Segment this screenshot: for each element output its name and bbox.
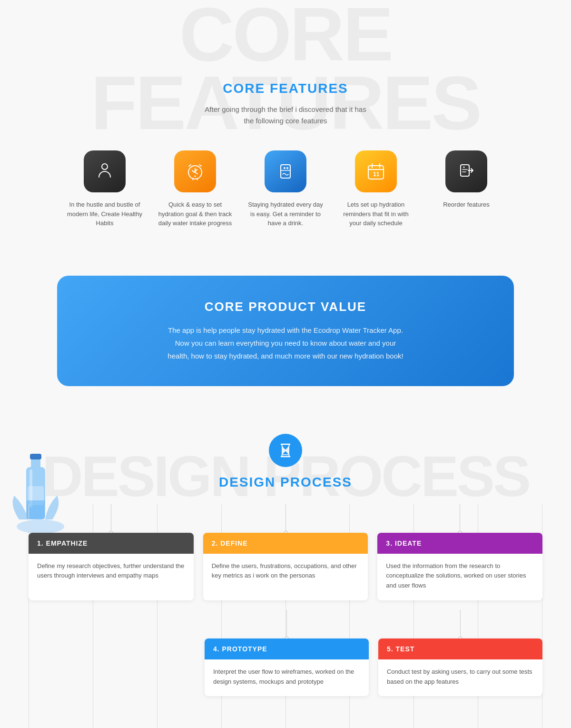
ideate-header: 3. IDEATE [377,533,542,554]
feature-item-reminder: Staying hydrated every day is easy. Get … [247,150,324,228]
feature-icon-hydration-goal [174,150,216,192]
feature-item-hydration-goal: Quick & easy to set hydration goal & the… [157,150,233,228]
svg-point-9 [463,167,465,168]
core-product-value-section: CORE PRODUCT VALUE The app is help peopl… [0,257,571,415]
feature-text-healthy-habits: In the hustle and bustle of modern life,… [67,200,143,228]
test-header: 5. TEST [378,638,542,659]
feature-icon-healthy-habits [84,150,126,192]
process-card-test: 5. TEST Conduct test by asking users, to… [378,638,542,697]
define-title: 2. DEFINE [212,539,248,547]
feature-item-reorder: Reorder features [428,150,504,209]
calendar-icon: 11 [364,160,387,183]
dp-title: DESIGN PROCESS [219,475,352,490]
define-body: Define the users, frustrations, occupati… [203,554,368,591]
svg-point-4 [284,167,286,169]
svg-point-5 [286,167,288,169]
reorder-icon [455,160,478,183]
cpv-description: The app is help people stay hydrated wit… [167,324,404,362]
process-row-1: 1. EMPATHIZE Define my research objectiv… [29,533,542,600]
prototype-title: 4. PROTOTYPE [213,645,267,653]
process-card-prototype: 4. PROTOTYPE Interpret the user flow to … [205,638,369,697]
hourglass-icon [277,442,294,459]
feature-text-reorder: Reorder features [443,200,490,209]
process-card-empathize: 1. EMPATHIZE Define my research objectiv… [29,533,194,600]
empathize-title: 1. EMPATHIZE [37,539,88,547]
core-features-section: CORE FEATURES CORE FEATURES After going … [0,0,571,257]
feature-item-schedule: 11 Lets set up hydration reminders that … [338,150,414,228]
process-card-ideate: 3. IDEATE Used the information from the … [377,533,542,600]
svg-text:11: 11 [373,171,380,178]
person-icon [93,160,116,183]
feature-icon-reorder [445,150,487,192]
ideate-body: Used the information from the research t… [377,554,542,600]
define-header: 2. DEFINE [203,533,368,554]
test-title: 5. TEST [387,645,414,653]
feature-icon-schedule: 11 [355,150,397,192]
process-row-2: 4. PROTOTYPE Interpret the user flow to … [29,638,542,697]
prototype-body: Interpret the user flow to wireframes, w… [205,659,369,697]
cpv-card: CORE PRODUCT VALUE The app is help peopl… [57,276,514,386]
ideate-title: 3. IDEATE [386,539,422,547]
dp-icon-circle [269,434,302,467]
dp-header: DESIGN PROCESS [0,434,571,490]
svg-point-0 [102,164,108,170]
feature-text-schedule: Lets set up hydration reminders that fit… [338,200,414,228]
svg-point-2 [195,176,196,177]
core-features-title: CORE FEATURES [0,81,571,96]
design-process-section: DESIGN PROCESS DESIGN PROCESS [0,415,571,728]
feature-icon-reminder [265,150,306,192]
feature-text-reminder: Staying hydrated every day is easy. Get … [247,200,324,228]
alarm-icon [184,160,207,183]
empathize-header: 1. EMPATHIZE [29,533,194,554]
features-row: In the hustle and bustle of modern life,… [0,150,571,228]
core-features-subtitle: After going through the brief i discover… [0,104,571,127]
empathize-body: Define my research objectives, further u… [29,554,194,591]
feature-item-healthy-habits: In the hustle and bustle of modern life,… [67,150,143,228]
process-card-define: 2. DEFINE Define the users, frustrations… [203,533,368,600]
svg-rect-3 [281,165,290,178]
cpv-title: CORE PRODUCT VALUE [95,299,476,314]
prototype-header: 4. PROTOTYPE [205,638,369,659]
test-body: Conduct test by asking users, to carry o… [378,659,542,697]
timeline-container: 1. EMPATHIZE Define my research objectiv… [0,504,571,728]
feature-text-hydration-goal: Quick & easy to set hydration goal & the… [157,200,233,228]
glass-icon [274,160,297,183]
